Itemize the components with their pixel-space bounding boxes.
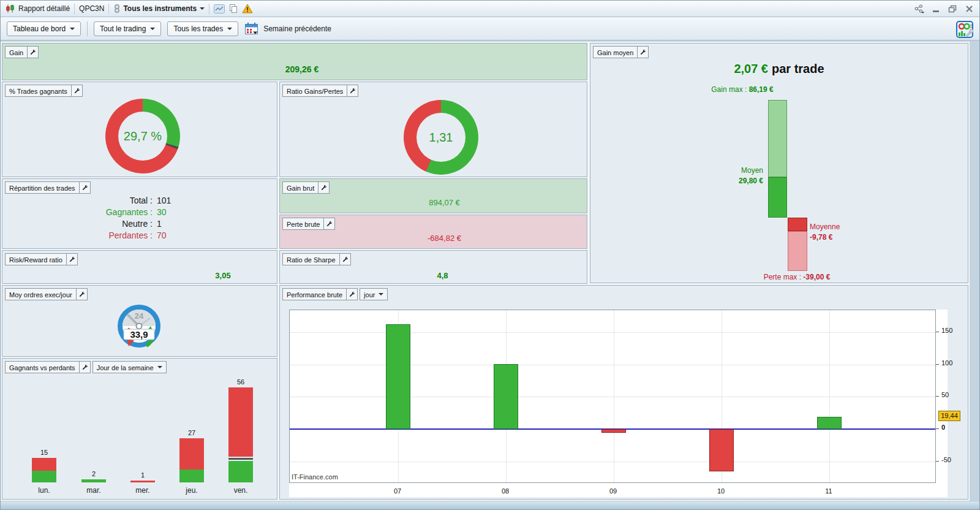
calendar-icon[interactable] [244,22,258,35]
dashboard-dropdown-button[interactable]: Tableau de bord [7,21,81,36]
gain-value: 209,26 € [2,64,587,74]
chevron-down-icon [70,28,75,30]
gauge-dial-label: 24 [135,311,144,321]
trades-filter-dropdown-button[interactable]: Tous les trades [167,21,238,36]
neutre-label: Neutre : [2,218,153,230]
trading-scope-dropdown-button[interactable]: Tout le trading [94,21,161,36]
y-axis-label: 50 [941,391,962,398]
gain-average-segment [768,177,787,218]
wrench-icon[interactable] [79,182,90,193]
y-axis-label: 150 [941,327,962,334]
weekday-selector-label: Jour de la semaine [93,362,155,373]
weekday-bar [130,481,155,482]
bar-segment-perdants [179,438,204,470]
perte-brute-value: -684,82 € [280,234,587,243]
bar-segment-gagnants [32,471,56,482]
perte-average-segment [788,218,807,231]
panel-pct-trades-gagnants: % Trades gagnants 29,7 % [2,82,277,177]
wrench-icon[interactable] [71,85,82,96]
restore-button[interactable] [947,3,958,14]
title-bar: Rapport détaillé QPC3N Tous les instrume… [1,1,979,17]
weekday-axis-label: jeu. [173,486,210,495]
performance-chart-area: IT-Finance.com 150100500-50070809101119,… [289,310,948,497]
panel-risk-reward-chip: Risk/Reward ratio [5,253,78,265]
panel-gain-moyen-label: Gain moyen [594,47,637,58]
bar-segment-gagnants [81,479,106,482]
toolbar: Tableau de bord Tout le trading Tous les… [1,17,979,40]
gagnantes-label: Gagnantes : [2,207,153,218]
x-axis-label: 09 [601,487,625,495]
separator [209,4,209,14]
copy-icon[interactable] [228,4,238,13]
trading-scope-label: Tout le trading [100,25,146,33]
candlestick-icon [6,4,15,13]
y-axis-label: 0 [941,424,962,431]
panel-performance-label: Performance brute [283,289,346,300]
period-label: Semaine précédente [263,25,331,33]
weekday-axis-label: mer. [124,486,161,495]
bar-count-label: 27 [179,429,204,436]
wrench-icon[interactable] [323,218,334,229]
chart-icon[interactable] [214,4,225,13]
panel-gain-chip: Gain [5,46,39,58]
panel-pct-chip: % Trades gagnants [5,85,83,97]
instrument-selector[interactable]: Tous les instruments [123,4,205,13]
y-axis-tick [936,428,939,429]
performance-bar [494,364,518,429]
wrench-icon[interactable] [346,289,357,300]
bar-count-label: 15 [32,449,56,456]
total-value: 101 [157,195,171,207]
list-item-gagnantes: Gagnantes : 30 [2,207,277,218]
performance-bar [817,417,842,429]
trade-counts-list: Total : 101 Gagnantes : 30 Neutre : 1 Pe… [2,195,277,242]
dashboard-settings-icon[interactable] [956,21,973,40]
perdantes-label: Perdantes : [2,230,153,242]
pct-trades-donut-value: 29,7 % [105,99,180,173]
minimize-button[interactable] [930,3,941,14]
wrench-icon[interactable] [637,47,648,58]
chevron-down-icon [379,293,383,295]
list-item-neutre: Neutre : 1 [2,218,277,230]
y-axis-tick [936,461,939,462]
bar-segment-perdants [130,481,155,482]
risk-reward-value: 3,05 [168,271,278,280]
gain-brut-value: 894,07 € [280,198,587,207]
wrench-icon[interactable] [76,289,87,300]
wrench-icon[interactable] [79,362,90,373]
weekday-selector-dropdown[interactable]: Jour de la semaine [92,361,167,373]
y-axis-label: 100 [941,359,962,367]
bar-segment-gagnants [228,461,253,482]
y-axis-label: -50 [941,456,962,463]
wrench-icon[interactable] [66,254,77,265]
total-label: Total : [2,195,153,207]
panel-gain-brut: Gain brut 894,07 € [279,178,587,213]
close-button[interactable] [963,3,974,14]
wrench-icon[interactable] [27,47,38,58]
wrench-icon[interactable] [339,254,350,265]
share-icon[interactable] [914,3,925,14]
orders-per-day-gauge-icon: 24 33,9 [113,300,165,354]
panel-gain: Gain 209,26 € [2,43,587,80]
panel-pct-label: % Trades gagnants [6,85,71,96]
performance-bar [709,429,734,471]
panel-gagnants-vs-perdants: Gagnants vs perdants Jour de la semaine … [2,358,277,500]
panel-repartition-label: Répartition des trades [6,182,79,193]
tab-instrument-code[interactable]: QPC3N [79,4,104,13]
watermark: IT-Finance.com [292,473,338,481]
panel-ratio-gains-pertes: Ratio Gains/Pertes 1,31 [279,82,587,177]
warning-icon[interactable] [242,4,253,13]
y-axis-tick [936,332,939,332]
x-axis-label: 10 [709,487,733,495]
dashboard-dropdown-label: Tableau de bord [13,25,66,33]
gagnantes-value: 30 [157,207,167,218]
gain-bar [768,100,787,218]
pct-trades-donut-chart: 29,7 % [105,99,180,173]
instrument-selector-label: Tous les instruments [123,4,197,13]
panel-perte-brute-chip: Perte brute [282,218,335,230]
period-granularity-dropdown[interactable]: jour [360,288,388,300]
wrench-icon[interactable] [347,85,358,96]
tab-rapport-detaille[interactable]: Rapport détaillé [18,4,70,13]
weekday-bar [228,387,253,482]
link-icon[interactable] [113,4,121,13]
wrench-icon[interactable] [318,182,329,193]
